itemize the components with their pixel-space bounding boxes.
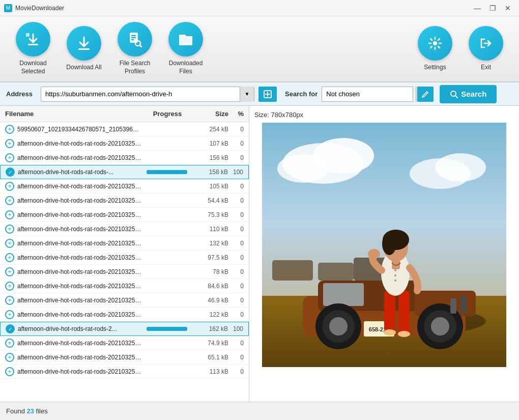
svg-line-8 <box>140 45 141 47</box>
file-row-pct: 0 <box>228 183 244 190</box>
exit-button[interactable]: Exit <box>463 26 509 72</box>
svg-rect-37 <box>450 298 456 314</box>
table-row[interactable]: +afternoon-drive-hot-rods-rat-rods-20210… <box>0 250 249 265</box>
table-row[interactable]: ✓afternoon-drive-hot-rods-rat-rods-2...1… <box>0 322 249 336</box>
file-row-size: 162 kB <box>192 325 228 332</box>
file-row-pct: 100 <box>228 325 243 332</box>
title-bar: M MovieDownloader — ❐ ✕ <box>0 0 519 16</box>
preview-pane: Size: 780x780px <box>249 106 519 402</box>
svg-rect-1 <box>26 33 30 37</box>
file-row-size: 122 kB <box>193 311 228 318</box>
download-selected-icon <box>16 22 50 57</box>
table-row[interactable]: +afternoon-drive-hot-rods-rat-rods-20210… <box>0 279 249 293</box>
settings-icon <box>418 26 452 61</box>
table-row[interactable]: +afternoon-drive-hot-rods-rat-rods-20210… <box>0 179 249 193</box>
svg-rect-40 <box>398 291 410 334</box>
address-action-button[interactable] <box>258 87 277 102</box>
table-row[interactable]: +afternoon-drive-hot-rods-rat-rods-20210… <box>0 236 249 250</box>
close-button[interactable]: ✕ <box>501 3 515 14</box>
file-list-pane: Filename Progress Size % +59950607_10219… <box>0 106 249 402</box>
status-found-text: Found <box>6 407 25 415</box>
table-row[interactable]: +afternoon-drive-hot-rods-rat-rods-20210… <box>0 136 249 151</box>
file-row-size: 113 kB <box>193 368 228 375</box>
file-list-scroll[interactable]: +59950607_10219334426780571_210539633575… <box>0 122 249 402</box>
file-row-icon: + <box>5 353 14 362</box>
file-row-progress <box>141 170 192 174</box>
file-row-pct: 0 <box>228 311 244 318</box>
file-row-name: afternoon-drive-hot-rods-rat-rods-202103… <box>17 340 142 347</box>
file-row-icon: + <box>5 182 14 191</box>
file-row-size: 105 kB <box>193 183 228 190</box>
title-left: M MovieDownloader <box>4 4 64 12</box>
file-row-icon: + <box>5 196 14 205</box>
file-row-pct: 0 <box>228 368 244 375</box>
file-row-size: 132 kB <box>193 240 228 247</box>
settings-button[interactable]: Settings <box>412 26 458 72</box>
search-button-label: Search <box>461 90 486 98</box>
file-search-profiles-button[interactable]: File Search Profiles <box>112 22 158 75</box>
file-row-icon: + <box>5 210 14 219</box>
file-row-pct: 100 <box>228 169 243 176</box>
column-header-size: Size <box>193 110 228 118</box>
table-row[interactable]: +afternoon-drive-hot-rods-rat-rods-20210… <box>0 293 249 307</box>
file-row-name: 59950607_10219334426780571_210539633575.… <box>17 126 142 133</box>
minimize-button[interactable]: — <box>470 3 484 14</box>
svg-point-46 <box>394 279 396 282</box>
file-row-name: afternoon-drive-hot-rods-rat-rods-202103… <box>17 197 142 204</box>
app-title: MovieDownloader <box>15 5 64 12</box>
file-row-size: 254 kB <box>193 126 228 133</box>
file-row-icon: ✓ <box>6 167 15 177</box>
table-row[interactable]: +afternoon-drive-hot-rods-rat-rods-20210… <box>0 208 249 222</box>
file-row-name: afternoon-drive-hot-rods-rat-rods-202103… <box>17 140 142 147</box>
address-dropdown-button[interactable]: ▼ <box>240 87 254 102</box>
table-row[interactable]: +afternoon-drive-hot-rods-rat-rods-20210… <box>0 222 249 236</box>
column-header-filename: Filename <box>5 110 142 118</box>
table-row[interactable]: +59950607_10219334426780571_210539633575… <box>0 122 249 136</box>
table-row[interactable]: +afternoon-drive-hot-rods-rat-rods-20210… <box>0 307 249 322</box>
table-row[interactable]: +afternoon-drive-hot-rods-rat-rods-20210… <box>0 193 249 208</box>
file-row-name: afternoon-drive-hot-rods-rat-rods-202103… <box>17 354 142 361</box>
table-row[interactable]: +afternoon-drive-hot-rods-rat-rods-20210… <box>0 336 249 350</box>
address-input[interactable] <box>41 90 240 98</box>
downloaded-files-label: Downloaded Files <box>163 60 209 75</box>
preview-image: 658-214 <box>254 123 514 397</box>
svg-point-45 <box>394 274 396 276</box>
search-button[interactable]: Search <box>440 85 497 103</box>
table-row[interactable]: +afternoon-drive-hot-rods-rat-rods-20210… <box>0 350 249 365</box>
search-select-wrap: ▼ <box>322 87 413 102</box>
file-row-name: afternoon-drive-hot-rods-rat-rods-202103… <box>17 254 142 261</box>
exit-label: Exit <box>481 64 491 72</box>
settings-label: Settings <box>424 64 446 72</box>
download-all-icon <box>67 26 101 61</box>
toolbar-right: Settings Exit <box>412 26 509 72</box>
file-row-name: afternoon-drive-hot-rods-rat-rods-202103… <box>17 183 142 190</box>
address-label: Address <box>6 90 37 98</box>
file-row-name: afternoon-drive-hot-rods-rat-rods-202103… <box>17 268 142 275</box>
file-row-icon: + <box>5 296 14 305</box>
file-row-size: 110 kB <box>193 226 228 233</box>
file-row-name: afternoon-drive-hot-rods-rat-rods-202103… <box>17 211 142 218</box>
download-all-button[interactable]: Download All <box>61 26 107 72</box>
file-row-name: afternoon-drive-hot-rods-rat-rods-202103… <box>17 154 142 161</box>
svg-point-19 <box>435 153 486 182</box>
status-found-suffix: files <box>36 407 48 415</box>
file-row-name: afternoon-drive-hot-rods-rat-rods-2... <box>18 325 141 332</box>
table-row[interactable]: ✓afternoon-drive-hot-rods-rat-rods-...15… <box>0 165 249 179</box>
file-list-header: Filename Progress Size % <box>0 106 249 122</box>
maximize-button[interactable]: ❐ <box>485 3 500 14</box>
table-row[interactable]: +afternoon-drive-hot-rods-rat-rods-20210… <box>0 265 249 279</box>
table-row[interactable]: +afternoon-drive-hot-rods-rat-rods-20210… <box>0 151 249 165</box>
table-row[interactable]: +afternoon-drive-hot-rods-rat-rods-20210… <box>0 365 249 379</box>
file-row-pct: 0 <box>228 297 244 304</box>
file-row-size: 158 kB <box>192 169 228 176</box>
search-edit-button[interactable] <box>417 87 434 102</box>
file-search-profiles-label: File Search Profiles <box>112 60 158 75</box>
svg-rect-0 <box>28 44 38 45</box>
file-row-size: 97.5 kB <box>193 254 228 261</box>
search-select-input[interactable] <box>322 90 416 98</box>
svg-line-13 <box>455 96 457 98</box>
downloaded-files-button[interactable]: Downloaded Files <box>163 22 209 75</box>
download-selected-button[interactable]: Download Selected <box>10 22 56 75</box>
title-controls: — ❐ ✕ <box>470 3 515 14</box>
file-row-icon: + <box>5 239 14 248</box>
